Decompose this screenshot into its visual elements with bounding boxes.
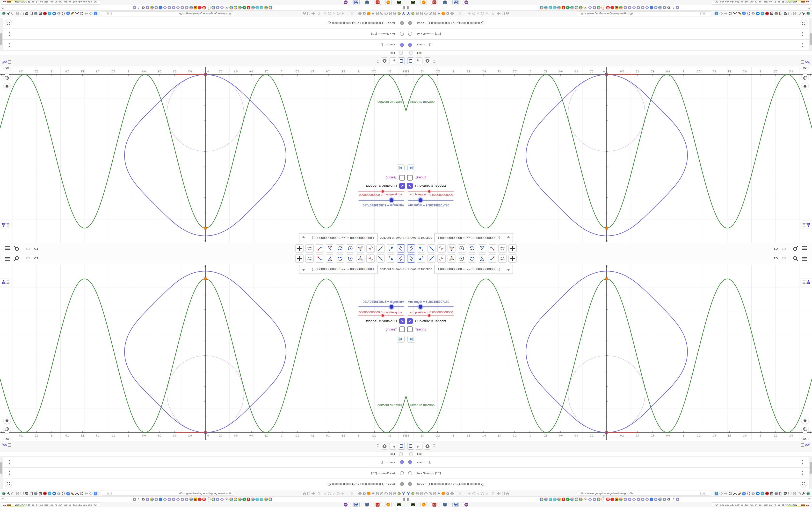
dock-floppy-64-launcher[interactable]: 64	[353, 0, 360, 5]
lock-icon[interactable]	[506, 11, 509, 16]
reload-icon[interactable]	[728, 491, 732, 496]
list-header-row[interactable]: − List	[406, 51, 812, 55]
algebra-kebab-menu-button[interactable]	[377, 59, 378, 63]
translate-blue2-icon[interactable]: A	[66, 491, 70, 496]
globe-icon[interactable]	[433, 491, 437, 496]
sphere-color-icon[interactable]	[34, 11, 38, 16]
tool-move-graphics-view[interactable]	[295, 255, 304, 263]
ghost-icon[interactable]	[348, 11, 352, 16]
dock-settings-red-launcher[interactable]	[431, 502, 438, 507]
bookmark-sphere-icon[interactable]	[255, 6, 259, 10]
gauge-icon[interactable]	[380, 11, 384, 16]
chevron-up-icon[interactable]	[1, 497, 5, 501]
globe-gray-icon[interactable]	[793, 11, 797, 16]
visibility-toggle[interactable]	[408, 482, 412, 486]
zoom-in-button[interactable]	[801, 74, 809, 81]
tracing-checkbox[interactable]	[407, 175, 413, 181]
tool-move[interactable]	[407, 255, 415, 263]
gear-light-icon[interactable]	[57, 491, 61, 496]
algebra-settings-gear-button[interactable]	[424, 57, 431, 64]
function-selector-dropdown[interactable]: 1.000000000000 + cos(4.000000000000 x)	[435, 233, 513, 242]
function-selector-dropdown[interactable]: 1.000000000000 + cos(4.000000000000 x)	[435, 265, 513, 274]
row-kebab-menu-icon[interactable]	[9, 43, 10, 47]
tool-conic-through-points[interactable]	[468, 244, 476, 252]
arc-length-slider-knob[interactable]	[418, 305, 422, 309]
bookmark-flower-icon[interactable]	[637, 498, 640, 501]
bookmark-google-icon[interactable]: G	[570, 6, 574, 10]
shield-dark-icon[interactable]: UD	[783, 491, 788, 496]
dot-large-icon[interactable]	[337, 11, 340, 16]
home-button[interactable]	[3, 83, 11, 90]
bookmark-flower-icon[interactable]	[645, 498, 649, 501]
tool-intersecting-lines[interactable]	[438, 255, 446, 263]
bookmark-red-dot-icon[interactable]	[198, 6, 202, 10]
dot-small-icon[interactable]	[332, 11, 336, 16]
graphics-stylebar-button[interactable]	[801, 221, 812, 228]
arc-length-slider-knob[interactable]	[418, 198, 422, 202]
shield-outline2-icon[interactable]	[20, 491, 24, 496]
arc-position-slider-knob[interactable]	[428, 190, 430, 193]
bookmark-google-icon[interactable]: G	[544, 6, 548, 10]
bookmark-flower-icon[interactable]	[641, 6, 645, 10]
home-button[interactable]	[801, 83, 809, 90]
bookmark-flower-icon[interactable]	[216, 498, 219, 501]
dot-small-icon[interactable]	[485, 491, 489, 496]
folder-icon[interactable]	[493, 11, 496, 16]
gauge-icon[interactable]	[384, 11, 388, 16]
bookmark-google-icon[interactable]: G	[557, 498, 561, 501]
tool-polygon[interactable]	[448, 244, 456, 252]
algebra-settings-gear-button[interactable]	[424, 443, 431, 450]
bookmark-flower-icon[interactable]	[654, 498, 658, 501]
algebra-scrollbar-thumb[interactable]	[810, 33, 812, 45]
gear-icon[interactable]	[362, 11, 366, 16]
badge-red-icon[interactable]: TCF	[765, 11, 769, 16]
bookmark-flower-icon[interactable]	[163, 6, 167, 10]
bookmark-f-italic-icon[interactable]: f	[671, 498, 675, 501]
bookmark-google-icon[interactable]: G	[579, 498, 582, 501]
bookmark-flower-icon[interactable]	[588, 6, 592, 10]
arrow-right-icon[interactable]	[84, 491, 89, 496]
oval-icon[interactable]	[61, 11, 65, 16]
dock-terminal-launcher[interactable]	[396, 502, 402, 507]
tool-line-through-two-points[interactable]	[427, 244, 436, 252]
graphics-stylebar-button[interactable]	[0, 221, 11, 228]
dot-small-icon[interactable]	[323, 491, 327, 496]
puzzle-icon[interactable]	[11, 11, 15, 16]
visibility-toggle[interactable]	[400, 471, 404, 475]
bookmark-orange-mountain-icon[interactable]	[615, 6, 618, 10]
globe-gray-icon[interactable]	[15, 491, 19, 496]
tool-polygon[interactable]	[356, 244, 364, 252]
bookmark-google-icon[interactable]: G	[540, 498, 544, 501]
bookmark-google-icon[interactable]: G	[238, 498, 242, 501]
collapse-list-button[interactable]: −	[409, 51, 413, 55]
list-header-row[interactable]: − List	[406, 452, 812, 456]
address-bar[interactable]: https://www.geogebra.org/classic/aagcxh3…	[576, 11, 712, 16]
dot-large-icon[interactable]	[472, 11, 475, 16]
arc-position-slider-knob[interactable]	[428, 314, 430, 317]
algebra-scrollbar-thumb[interactable]	[0, 462, 2, 474]
bookmark-flower-icon[interactable]	[593, 6, 596, 10]
algebra-row[interactable]: curves = {}	[0, 40, 406, 51]
olive-cam-icon[interactable]	[411, 491, 415, 496]
menu-button[interactable]	[801, 245, 808, 251]
tool-circle-with-center[interactable]	[458, 244, 466, 252]
shield-outline-icon[interactable]	[501, 491, 505, 496]
visibility-toggle[interactable]	[408, 460, 412, 464]
search-button[interactable]	[792, 245, 799, 251]
fullscreen-button[interactable]	[800, 20, 807, 27]
dock-settings-red-launcher[interactable]	[374, 502, 381, 507]
graphics-view[interactable]: -2.6-2.4-2.2-2-1.8-1.6-1.4-1.2-1-0.8-0.6…	[406, 265, 812, 440]
olive-cam-icon[interactable]	[397, 11, 401, 16]
globe-icon[interactable]	[415, 11, 419, 16]
globe-icon[interactable]	[419, 491, 423, 496]
bookmark-flower-icon[interactable]	[593, 498, 596, 501]
bookmark-google-icon[interactable]: G	[238, 6, 242, 10]
dock-bot-purple-launcher[interactable]	[463, 0, 469, 5]
bookmark-flower-icon[interactable]	[163, 498, 167, 501]
fullscreen-button[interactable]	[5, 20, 12, 27]
olive-cam-icon[interactable]	[411, 11, 415, 16]
down-blue-icon[interactable]	[760, 491, 764, 496]
arrow-left-icon[interactable]	[497, 491, 501, 496]
graphics-view[interactable]: -2.6-2.4-2.2-2-1.8-1.6-1.4-1.2-1-0.8-0.6…	[0, 265, 406, 440]
visibility-toggle[interactable]	[408, 471, 412, 475]
